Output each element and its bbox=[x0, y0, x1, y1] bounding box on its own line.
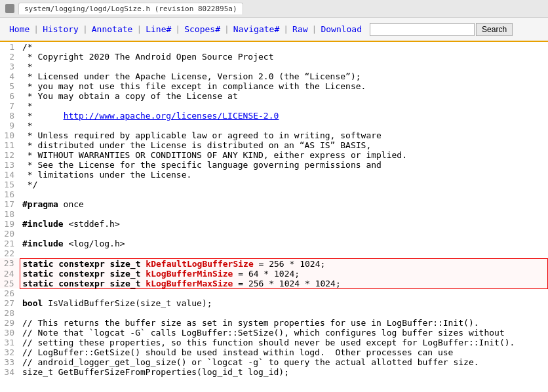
table-row: 22 bbox=[0, 248, 548, 258]
favicon-icon bbox=[5, 4, 14, 13]
line-number: 17 bbox=[0, 199, 20, 209]
line-number: 10 bbox=[0, 130, 20, 140]
line-number: 24 bbox=[0, 269, 20, 279]
line-number: 14 bbox=[0, 170, 20, 180]
line-code: * bbox=[20, 121, 548, 130]
line-number: 28 bbox=[0, 308, 20, 318]
search-button[interactable]: Search bbox=[476, 23, 513, 36]
table-row: 28 bbox=[0, 308, 548, 318]
line-code: * Copyright 2020 The Android Open Source… bbox=[20, 52, 548, 62]
line-code bbox=[20, 248, 548, 258]
table-row: 6 * You may obtain a copy of the License… bbox=[0, 91, 548, 101]
line-code bbox=[20, 288, 548, 298]
line-code: // Note that `logcat -G` calls LogBuffer… bbox=[20, 328, 548, 338]
line-code: #pragma once bbox=[20, 199, 548, 209]
table-row: 25static constexpr size_t kLogBufferMaxS… bbox=[0, 279, 548, 289]
line-number: 29 bbox=[0, 318, 20, 328]
code-table: 1/*2 * Copyright 2020 The Android Open S… bbox=[0, 42, 548, 377]
line-code: static constexpr size_t kLogBufferMinSiz… bbox=[20, 269, 548, 279]
line-code: * Licensed under the Apache License, Ver… bbox=[20, 71, 548, 81]
title-bar: system/logging/logd/LogSize.h (revision … bbox=[0, 0, 548, 18]
table-row: 2 * Copyright 2020 The Android Open Sour… bbox=[0, 52, 548, 62]
line-number: 6 bbox=[0, 91, 20, 101]
table-row: 23static constexpr size_t kDefaultLogBuf… bbox=[0, 258, 548, 269]
line-number: 1 bbox=[0, 42, 20, 52]
line-code: // setting these properties, so this fun… bbox=[20, 338, 548, 347]
line-code bbox=[20, 189, 548, 199]
table-row: 29// This returns the buffer size as set… bbox=[0, 318, 548, 328]
line-number: 18 bbox=[0, 209, 20, 219]
search-input[interactable] bbox=[370, 23, 475, 36]
line-code: * http://www.apache.org/licenses/LICENSE… bbox=[20, 111, 548, 121]
line-code: static constexpr size_t kDefaultLogBuffe… bbox=[20, 258, 548, 269]
table-row: 24static constexpr size_t kLogBufferMinS… bbox=[0, 269, 548, 279]
table-row: 5 * you may not use this file except in … bbox=[0, 81, 548, 91]
table-row: 4 * Licensed under the Apache License, V… bbox=[0, 71, 548, 81]
line-code: * WITHOUT WARRANTIES OR CONDITIONS OF AN… bbox=[20, 150, 548, 160]
table-row: 12 * WITHOUT WARRANTIES OR CONDITIONS OF… bbox=[0, 150, 548, 160]
table-row: 9 * bbox=[0, 121, 548, 130]
tab-label[interactable]: system/logging/logd/LogSize.h (revision … bbox=[18, 3, 243, 14]
line-code: // android_logger_get_log_size() or `log… bbox=[20, 357, 548, 367]
line-code: * limitations under the License. bbox=[20, 170, 548, 180]
line-number: 21 bbox=[0, 239, 20, 248]
nav-bar: Home | History | Annotate | Line# | Scop… bbox=[0, 18, 548, 42]
table-row: 32// LogBuffer::GetSize() should be used… bbox=[0, 347, 548, 357]
line-code bbox=[20, 209, 548, 219]
table-row: 7 * bbox=[0, 101, 548, 111]
table-row: 33// android_logger_get_log_size() or `l… bbox=[0, 357, 548, 367]
table-row: 17#pragma once bbox=[0, 199, 548, 209]
line-code: * See the License for the specific langu… bbox=[20, 160, 548, 170]
line-code: // LogBuffer::GetSize() should be used i… bbox=[20, 347, 548, 357]
line-number: 11 bbox=[0, 140, 20, 150]
nav-navigate[interactable]: Navigate# bbox=[229, 22, 283, 37]
line-number: 12 bbox=[0, 150, 20, 160]
table-row: 34size_t GetBufferSizeFromProperties(log… bbox=[0, 367, 548, 377]
nav-lineno[interactable]: Line# bbox=[142, 22, 175, 37]
table-row: 18 bbox=[0, 209, 548, 219]
nav-home[interactable]: Home bbox=[5, 22, 33, 37]
table-row: 30// Note that `logcat -G` calls LogBuff… bbox=[0, 328, 548, 338]
line-number: 26 bbox=[0, 288, 20, 298]
line-number: 25 bbox=[0, 279, 20, 289]
license-link[interactable]: http://www.apache.org/licenses/LICENSE-2… bbox=[64, 111, 279, 121]
line-number: 34 bbox=[0, 367, 20, 377]
line-number: 8 bbox=[0, 111, 20, 121]
table-row: 21#include <log/log.h> bbox=[0, 239, 548, 248]
nav-history[interactable]: History bbox=[39, 22, 83, 37]
line-code: static constexpr size_t kLogBufferMaxSiz… bbox=[20, 279, 548, 289]
line-code: /* bbox=[20, 42, 548, 52]
table-row: 11 * distributed under the License is di… bbox=[0, 140, 548, 150]
line-number: 5 bbox=[0, 81, 20, 91]
line-code: // This returns the buffer size as set i… bbox=[20, 318, 548, 328]
table-row: 10 * Unless required by applicable law o… bbox=[0, 130, 548, 140]
line-code: */ bbox=[20, 180, 548, 189]
table-row: 31// setting these properties, so this f… bbox=[0, 338, 548, 347]
line-number: 7 bbox=[0, 101, 20, 111]
nav-raw[interactable]: Raw bbox=[288, 22, 311, 37]
table-row: 13 * See the License for the specific la… bbox=[0, 160, 548, 170]
line-code bbox=[20, 308, 548, 318]
line-number: 19 bbox=[0, 219, 20, 229]
line-code: * bbox=[20, 101, 548, 111]
line-code: * distributed under the License is distr… bbox=[20, 140, 548, 150]
line-number: 9 bbox=[0, 121, 20, 130]
line-code: * Unless required by applicable law or a… bbox=[20, 130, 548, 140]
table-row: 15 */ bbox=[0, 180, 548, 189]
line-code: * you may not use this file except in co… bbox=[20, 81, 548, 91]
nav-download[interactable]: Download bbox=[317, 22, 366, 37]
line-number: 23 bbox=[0, 258, 20, 269]
line-number: 32 bbox=[0, 347, 20, 357]
code-area: 1/*2 * Copyright 2020 The Android Open S… bbox=[0, 42, 548, 377]
line-code: bool IsValidBufferSize(size_t value); bbox=[20, 298, 548, 308]
line-number: 16 bbox=[0, 189, 20, 199]
nav-scopes[interactable]: Scopes# bbox=[180, 22, 224, 37]
line-number: 4 bbox=[0, 71, 20, 81]
line-number: 27 bbox=[0, 298, 20, 308]
line-number: 33 bbox=[0, 357, 20, 367]
table-row: 1/* bbox=[0, 42, 548, 52]
table-row: 27bool IsValidBufferSize(size_t value); bbox=[0, 298, 548, 308]
table-row: 16 bbox=[0, 189, 548, 199]
line-code: #include <log/log.h> bbox=[20, 239, 548, 248]
nav-annotate[interactable]: Annotate bbox=[88, 22, 137, 37]
